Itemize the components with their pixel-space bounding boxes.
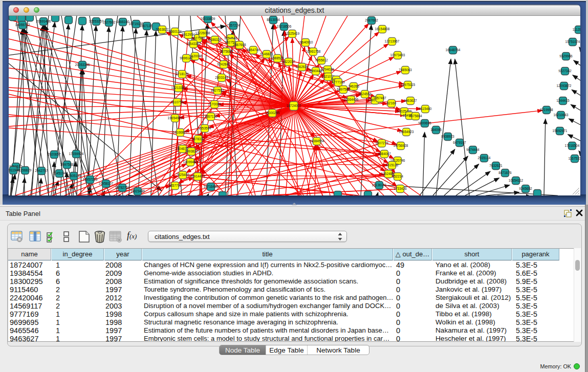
svg-text:8938923: 8938923: [441, 135, 454, 138]
svg-text:1610755: 1610755: [170, 100, 184, 104]
svg-text:3911943: 3911943: [9, 168, 20, 172]
svg-text:1170063: 1170063: [208, 102, 221, 106]
svg-text:1733426: 1733426: [394, 187, 407, 190]
svg-text:9245652: 9245652: [519, 187, 532, 190]
svg-text:9575864: 9575864: [409, 114, 422, 118]
svg-text:16543362: 16543362: [186, 42, 201, 46]
svg-text:9146821: 9146821: [260, 52, 273, 56]
svg-text:8990448: 8990448: [309, 69, 322, 73]
svg-text:2867608: 2867608: [233, 43, 246, 47]
svg-text:8454749: 8454749: [247, 48, 260, 52]
svg-text:8427552: 8427552: [211, 89, 224, 92]
svg-text:13226058: 13226058: [195, 31, 210, 35]
svg-text:12213383: 12213383: [171, 86, 186, 90]
svg-text:746266: 746266: [348, 84, 359, 88]
svg-text:9242845: 9242845: [217, 62, 230, 66]
svg-text:9699695: 9699695: [418, 121, 431, 125]
svg-text:3875685: 3875685: [220, 50, 233, 53]
svg-text:12975115: 12975115: [401, 83, 416, 86]
svg-text:17016504: 17016504: [565, 144, 580, 147]
svg-text:2020657: 2020657: [48, 152, 61, 156]
svg-text:11325419: 11325419: [285, 32, 300, 35]
svg-text:1527602: 1527602: [102, 20, 116, 24]
svg-text:9084067: 9084067: [378, 152, 391, 156]
svg-text:19218506: 19218506: [277, 25, 292, 28]
svg-text:9896142: 9896142: [180, 56, 193, 60]
svg-text:7357224: 7357224: [227, 24, 240, 27]
svg-text:5878332: 5878332: [191, 137, 205, 141]
svg-text:7625402: 7625402: [176, 173, 189, 177]
svg-text:1112843: 1112843: [573, 28, 580, 31]
svg-text:10958107: 10958107: [99, 182, 114, 185]
svg-text:16033809: 16033809: [201, 17, 215, 20]
svg-text:19166827: 19166827: [173, 130, 188, 134]
svg-text:6479197: 6479197: [453, 141, 466, 144]
svg-text:1353594: 1353594: [198, 126, 211, 130]
svg-text:16640910: 16640910: [298, 40, 313, 44]
svg-text:10553257: 10553257: [89, 19, 104, 23]
svg-text:2718176: 2718176: [176, 72, 189, 76]
svg-text:15716485: 15716485: [204, 185, 219, 188]
svg-text:20691406: 20691406: [36, 19, 51, 23]
svg-text:3493822: 3493822: [185, 149, 198, 153]
svg-text:10654112: 10654112: [509, 179, 524, 182]
svg-text:1057487: 1057487: [373, 96, 386, 100]
svg-text:8471676: 8471676: [498, 171, 512, 174]
svg-text:3997588: 3997588: [60, 163, 74, 166]
svg-text:7485063: 7485063: [399, 68, 412, 72]
svg-text:12505135: 12505135: [67, 174, 81, 178]
svg-text:1244415: 1244415: [556, 99, 570, 102]
svg-text:8912954: 8912954: [182, 33, 195, 36]
svg-text:6497568: 6497568: [337, 87, 350, 91]
svg-text:2935114: 2935114: [478, 156, 491, 160]
svg-text:20364436: 20364436: [344, 98, 359, 101]
svg-text:1156829: 1156829: [19, 168, 32, 172]
svg-text:1145194: 1145194: [53, 171, 66, 175]
svg-text:15136141: 15136141: [372, 183, 387, 187]
svg-text:16782759: 16782759: [115, 186, 130, 189]
svg-text:8322037: 8322037: [282, 60, 295, 63]
svg-text:16914479: 16914479: [190, 174, 205, 178]
svg-text:7663822: 7663822: [156, 28, 169, 31]
svg-text:8660124: 8660124: [168, 30, 182, 33]
svg-text:2087682: 2087682: [365, 18, 378, 22]
svg-text:19384554: 19384554: [310, 139, 324, 143]
svg-text:15751074: 15751074: [565, 40, 580, 43]
svg-text:12213967: 12213967: [385, 39, 400, 43]
svg-text:9474444: 9474444: [466, 148, 480, 151]
svg-text:2803144: 2803144: [215, 76, 228, 79]
svg-text:9463627: 9463627: [404, 99, 417, 102]
svg-text:17957225: 17957225: [83, 178, 98, 181]
svg-text:18300295: 18300295: [265, 111, 280, 115]
svg-text:19654923: 19654923: [399, 130, 414, 134]
svg-text:18724007: 18724007: [287, 104, 301, 107]
svg-text:16961758: 16961758: [306, 50, 321, 53]
svg-text:164095: 164095: [430, 128, 442, 132]
svg-text:1167533: 1167533: [569, 157, 580, 160]
svg-text:14055712: 14055712: [15, 23, 30, 27]
svg-text:19756928: 19756928: [394, 144, 408, 147]
svg-text:1615132: 1615132: [385, 163, 399, 167]
svg-text:8813054: 8813054: [267, 18, 280, 21]
svg-text:1362635: 1362635: [295, 65, 309, 69]
svg-text:252214: 252214: [392, 174, 403, 178]
svg-text:3267130: 3267130: [204, 115, 217, 118]
svg-text:16648764: 16648764: [446, 48, 461, 52]
svg-text:8186328: 8186328: [208, 38, 222, 41]
svg-text:17359924: 17359924: [69, 152, 84, 156]
svg-text:16154808: 16154808: [375, 27, 390, 31]
svg-text:62160: 62160: [387, 101, 396, 105]
svg-text:14099483: 14099483: [183, 160, 198, 164]
svg-text:1807279: 1807279: [375, 141, 388, 145]
svg-text:2942757: 2942757: [35, 169, 48, 172]
svg-text:9329966: 9329966: [559, 54, 573, 58]
svg-text:8219958: 8219958: [540, 108, 553, 112]
svg-text:9777169: 9777169: [332, 80, 345, 84]
svg-text:6794028: 6794028: [321, 68, 334, 71]
svg-text:10973493: 10973493: [390, 53, 405, 57]
svg-text:6466160: 6466160: [116, 20, 129, 24]
svg-text:16210643: 16210643: [554, 113, 569, 117]
svg-text:11923446: 11923446: [130, 189, 145, 193]
svg-text:9115460: 9115460: [419, 107, 432, 111]
svg-text:19654983: 19654983: [168, 116, 183, 120]
